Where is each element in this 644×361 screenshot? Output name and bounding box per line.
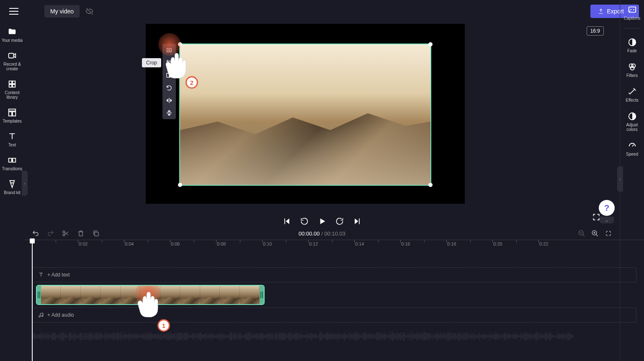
add-audio-track[interactable]: + Add audio	[32, 307, 636, 323]
redo-button[interactable]	[47, 230, 54, 237]
zoom-out-button[interactable]	[578, 230, 585, 237]
fade-icon	[628, 38, 637, 47]
skip-back-button[interactable]	[283, 217, 291, 225]
svg-rect-6	[9, 112, 12, 116]
sidebar-brand-kit[interactable]: Brand kit	[0, 179, 24, 195]
library-icon	[8, 79, 17, 89]
svg-point-14	[630, 66, 634, 70]
resize-handle-tr[interactable]	[428, 42, 433, 46]
duplicate-button[interactable]	[92, 230, 100, 237]
sidebar-label: Record & create	[0, 62, 24, 71]
adjust-icon	[628, 112, 637, 121]
forward-button[interactable]	[335, 217, 344, 225]
resize-handle-bl[interactable]	[178, 183, 182, 187]
aspect-ratio-badge[interactable]: 16:9	[587, 26, 604, 36]
svg-rect-2	[13, 81, 15, 84]
clip-handle-right[interactable]	[260, 286, 264, 304]
timeline-ruler[interactable]: 0:020:040:060:080:100:120:140:160:180:20…	[24, 240, 644, 251]
ruler-tick: 0:12	[309, 241, 318, 246]
sidebar-templates[interactable]: Templates	[0, 108, 24, 123]
menu-button[interactable]	[9, 5, 22, 18]
ruler-tick: 0:06	[171, 241, 180, 246]
time-display: 00:00.00 / 00:10.03	[299, 230, 345, 237]
sidebar-label: Captions	[624, 16, 640, 20]
zoom-fit-button[interactable]	[605, 230, 612, 237]
sidebar-speed[interactable]: Speed	[620, 139, 644, 156]
crop-tooltip: Crop	[142, 58, 161, 67]
upload-icon	[598, 8, 604, 14]
flip-h-tool[interactable]	[162, 94, 176, 107]
svg-rect-21	[95, 232, 98, 236]
video-frame[interactable]	[179, 44, 431, 186]
ruler-tick: 0:04	[125, 241, 134, 246]
svg-rect-5	[9, 109, 16, 111]
svg-rect-3	[9, 84, 12, 87]
audio-icon	[38, 312, 44, 318]
sidebar-label: Templates	[3, 119, 22, 123]
ruler-tick: 0:14	[355, 241, 364, 246]
flip-v-tool[interactable]	[162, 107, 176, 119]
annotation-badge-2: 2	[185, 76, 198, 89]
undo-button[interactable]	[32, 230, 39, 237]
sidebar-label: Adjust colors	[620, 123, 644, 132]
project-name[interactable]: My video	[44, 5, 80, 18]
delete-button[interactable]	[77, 230, 85, 237]
speed-icon	[628, 141, 637, 150]
svg-rect-7	[13, 112, 15, 116]
sidebar-transitions[interactable]: Transitions	[0, 156, 24, 171]
camera-icon	[8, 51, 17, 60]
templates-icon	[8, 108, 17, 117]
svg-rect-1	[9, 81, 12, 84]
sidebar-label: Your media	[2, 38, 23, 43]
play-button[interactable]	[318, 217, 326, 225]
add-audio-label: + Add audio	[47, 312, 74, 318]
current-time: 00:00.00	[299, 230, 320, 237]
sidebar-adjust-colors[interactable]: Adjust colors	[620, 110, 644, 132]
hide-icon[interactable]	[85, 7, 94, 15]
captions-icon	[628, 5, 637, 14]
effects-icon	[628, 87, 637, 96]
ruler-tick: 0:10	[263, 241, 272, 246]
add-text-track[interactable]: + Add text	[32, 267, 636, 282]
ruler-tick: 0:02	[79, 241, 88, 246]
ruler-tick: 0:20	[493, 241, 502, 246]
sidebar-effects[interactable]: Effects	[620, 85, 644, 102]
sidebar-text[interactable]: Text	[0, 132, 24, 147]
timeline-area[interactable]: 0:020:040:060:080:100:120:140:160:180:20…	[24, 240, 644, 361]
help-button[interactable]: ?	[599, 200, 615, 216]
sidebar-your-media[interactable]: Your media	[0, 27, 24, 43]
split-button[interactable]	[62, 230, 70, 237]
text-icon	[8, 132, 17, 141]
resize-handle-br[interactable]	[428, 183, 433, 187]
sidebar-captions[interactable]: Captions	[620, 3, 644, 20]
sidebar-fade[interactable]: Fade	[620, 36, 644, 53]
sidebar-label: Brand kit	[4, 190, 20, 195]
ruler-tick: 0:16	[401, 241, 410, 246]
ruler-tick: 0:08	[217, 241, 226, 246]
divider	[624, 28, 641, 28]
audio-waveform	[32, 332, 636, 344]
sidebar-filters[interactable]: Filters	[620, 61, 644, 78]
playhead[interactable]	[32, 240, 33, 361]
brand-kit-icon	[8, 179, 17, 189]
svg-rect-10	[629, 7, 636, 13]
skip-forward-button[interactable]	[353, 217, 361, 225]
sidebar-record-create[interactable]: Record & create	[0, 51, 24, 71]
rewind-button[interactable]	[300, 217, 309, 225]
zoom-in-button[interactable]	[591, 230, 599, 237]
sidebar-label: Effects	[626, 98, 638, 102]
ruler-tick: 0:22	[539, 241, 548, 246]
svg-rect-4	[13, 84, 15, 87]
add-text-label: + Add text	[47, 272, 70, 278]
help-chevron[interactable]: ⌄	[600, 217, 614, 223]
clip-handle-left[interactable]	[37, 286, 41, 304]
sidebar-content-library[interactable]: Content library	[0, 79, 24, 100]
text-icon	[38, 272, 44, 278]
total-time: 00:10.03	[324, 230, 345, 237]
playback-controls	[283, 217, 361, 225]
rotate-tool[interactable]	[162, 82, 176, 94]
video-canvas[interactable]: Crop 2	[146, 24, 465, 204]
annotation-cursor-2	[160, 49, 190, 82]
fullscreen-button[interactable]	[592, 213, 600, 223]
svg-rect-0	[9, 54, 14, 58]
